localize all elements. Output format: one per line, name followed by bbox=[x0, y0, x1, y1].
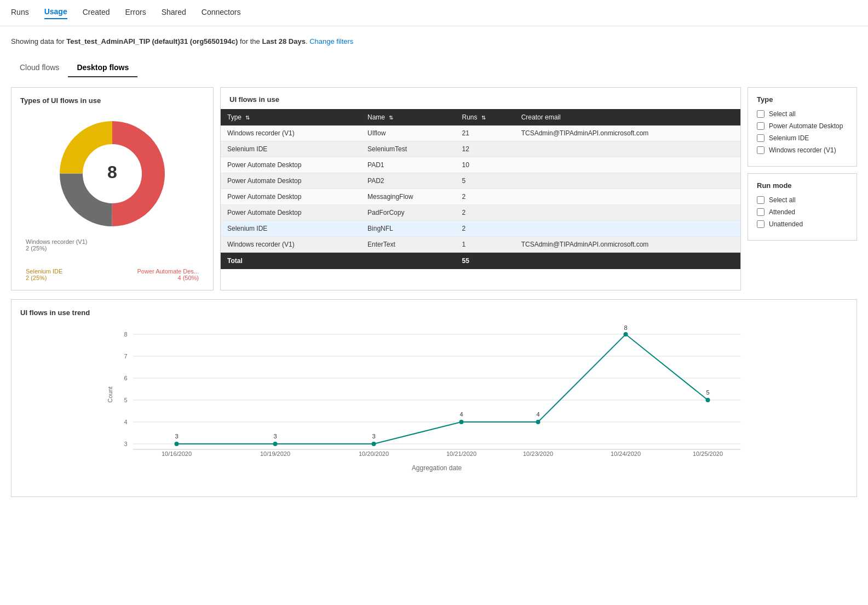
nav-item-runs[interactable]: Runs bbox=[11, 8, 29, 19]
runmode-filter-item-0[interactable]: Select all bbox=[757, 196, 848, 204]
donut-legend: Windows recorder (V1) 2 (25%) Selenium I… bbox=[20, 238, 204, 281]
type-filter-label-2: Selenium IDE bbox=[769, 134, 809, 142]
type-filter-checkbox-2[interactable] bbox=[757, 134, 764, 142]
type-filter-checkbox-3[interactable] bbox=[757, 146, 764, 154]
flow-tab-cloud-flows[interactable]: Cloud flows bbox=[11, 59, 68, 77]
cell-email-6 bbox=[515, 221, 740, 237]
runmode-filter-item-2[interactable]: Unattended bbox=[757, 220, 848, 228]
legend-pad-label: Power Automate Des... bbox=[137, 268, 199, 275]
cell-email-4 bbox=[515, 189, 740, 205]
cell-name-6: BingNFL bbox=[361, 221, 455, 237]
cell-name-5: PadForCopy bbox=[361, 205, 455, 221]
cell-type-5: Power Automate Desktop bbox=[221, 205, 361, 221]
nav-item-usage[interactable]: Usage bbox=[44, 7, 67, 19]
x-label-1025: 10/25/2020 bbox=[693, 450, 723, 457]
cell-type-2: Power Automate Desktop bbox=[221, 157, 361, 173]
table-panel-title: UI flows in use bbox=[221, 88, 740, 109]
chart-area: 8 7 6 5 4 3 Count bbox=[20, 323, 848, 488]
cell-name-7: EnterText bbox=[361, 237, 455, 253]
runmode-filter-panel: Run mode Select allAttendedUnattended bbox=[748, 173, 857, 241]
cell-type-7: Windows recorder (V1) bbox=[221, 237, 361, 253]
nav-item-errors[interactable]: Errors bbox=[125, 8, 146, 19]
donut-panel: Types of UI flows in use 8 bbox=[11, 87, 214, 290]
sort-icon-runs: ⇅ bbox=[481, 115, 486, 121]
trend-panel-title: UI flows in use trend bbox=[20, 309, 848, 317]
total-label: Total bbox=[221, 253, 361, 270]
nav-item-shared[interactable]: Shared bbox=[162, 8, 186, 19]
nav-item-created[interactable]: Created bbox=[83, 8, 110, 19]
cell-email-1 bbox=[515, 141, 740, 157]
runmode-filter-item-1[interactable]: Attended bbox=[757, 208, 848, 216]
type-filter-item-1[interactable]: Power Automate Desktop bbox=[757, 122, 848, 130]
x-label-1016: 10/16/2020 bbox=[162, 450, 192, 457]
col-runs[interactable]: Runs ⇅ bbox=[455, 109, 514, 125]
table-row: Power Automate DesktopPAD110 bbox=[221, 157, 740, 173]
table-row: Power Automate DesktopPadForCopy2 bbox=[221, 205, 740, 221]
legend-windows-value: 2 (25%) bbox=[26, 245, 47, 252]
type-filter-item-0[interactable]: Select all bbox=[757, 110, 848, 118]
table-row: Windows recorder (V1)EnterText1TCSAdmin@… bbox=[221, 237, 740, 253]
change-filters-link[interactable]: Change filters bbox=[309, 37, 353, 45]
point-1025 bbox=[706, 398, 710, 402]
x-label-1024: 10/24/2020 bbox=[611, 450, 641, 457]
col-name[interactable]: Name ⇅ bbox=[361, 109, 455, 125]
table-row: Selenium IDEBingNFL2 bbox=[221, 221, 740, 237]
y-label-3: 3 bbox=[124, 441, 127, 447]
val-1016: 3 bbox=[175, 433, 178, 440]
type-filter-checkbox-0[interactable] bbox=[757, 110, 764, 118]
legend-selenium-value: 2 (25%) bbox=[26, 275, 47, 281]
flow-tab-desktop-flows[interactable]: Desktop flows bbox=[68, 59, 137, 77]
table-row: Power Automate DesktopMessagingFlow2 bbox=[221, 189, 740, 205]
donut-container: 8 Windows recorder (V1) 2 (25%) Selenium… bbox=[20, 113, 204, 281]
point-1021 bbox=[459, 420, 464, 424]
col-type[interactable]: Type ⇅ bbox=[221, 109, 361, 125]
type-filter-label-3: Windows recorder (V1) bbox=[769, 146, 836, 154]
type-filter-item-3[interactable]: Windows recorder (V1) bbox=[757, 146, 848, 154]
trend-chart: 8 7 6 5 4 3 Count bbox=[20, 323, 848, 482]
y-axis-label: Count bbox=[107, 386, 113, 402]
type-filter-title: Type bbox=[757, 95, 848, 104]
x-label-1019: 10/19/2020 bbox=[260, 450, 290, 457]
showing-period: Last 28 Days bbox=[262, 37, 306, 45]
val-1023: 4 bbox=[536, 411, 539, 418]
cell-runs-5: 2 bbox=[455, 205, 514, 221]
type-filter-panel: Type Select allPower Automate DesktopSel… bbox=[748, 87, 857, 167]
legend-row1: Windows recorder (V1) 2 (25%) bbox=[20, 238, 204, 252]
showing-suffix: . bbox=[306, 37, 308, 45]
runmode-filter-checkbox-2[interactable] bbox=[757, 220, 764, 228]
showing-org: Test_test_AdminAPI_TIP (default)31 (org5… bbox=[66, 37, 238, 45]
nav-item-connectors[interactable]: Connectors bbox=[202, 8, 241, 19]
cell-email-5 bbox=[515, 205, 740, 221]
donut-center-value: 8 bbox=[107, 162, 117, 182]
showing-prefix: Showing data for bbox=[11, 37, 65, 45]
type-filter-checkbox-1[interactable] bbox=[757, 122, 764, 130]
showing-middle: for the bbox=[240, 37, 260, 45]
runmode-filter-checkbox-0[interactable] bbox=[757, 196, 764, 204]
page-content: Showing data for Test_test_AdminAPI_TIP … bbox=[0, 26, 868, 508]
point-1019 bbox=[273, 442, 278, 446]
table-row: Power Automate DesktopPAD25 bbox=[221, 173, 740, 189]
cell-runs-0: 21 bbox=[455, 125, 514, 141]
cell-type-1: Selenium IDE bbox=[221, 141, 361, 157]
val-1021: 4 bbox=[459, 411, 463, 418]
cell-name-2: PAD1 bbox=[361, 157, 455, 173]
runmode-filter-items: Select allAttendedUnattended bbox=[757, 196, 848, 228]
y-label-4: 4 bbox=[124, 419, 127, 425]
cell-name-3: PAD2 bbox=[361, 173, 455, 189]
type-filter-label-0: Select all bbox=[769, 110, 796, 118]
cell-email-2 bbox=[515, 157, 740, 173]
type-filter-item-2[interactable]: Selenium IDE bbox=[757, 134, 848, 142]
cell-email-0: TCSAdmin@TIPAdminAPI.onmicrosoft.com bbox=[515, 125, 740, 141]
cell-name-0: UIflow bbox=[361, 125, 455, 141]
val-1019: 3 bbox=[273, 433, 277, 440]
sort-icon-type: ⇅ bbox=[245, 115, 250, 121]
runmode-filter-label-1: Attended bbox=[769, 208, 795, 216]
cell-type-0: Windows recorder (V1) bbox=[221, 125, 361, 141]
main-panels-row: Types of UI flows in use 8 bbox=[11, 87, 857, 290]
runmode-filter-checkbox-1[interactable] bbox=[757, 208, 764, 216]
legend-pad-value: 4 (50%) bbox=[177, 275, 199, 281]
legend-windows-label: Windows recorder (V1) bbox=[26, 238, 87, 245]
flow-tabs: Cloud flowsDesktop flows bbox=[11, 59, 857, 77]
cell-type-4: Power Automate Desktop bbox=[221, 189, 361, 205]
point-1016 bbox=[175, 442, 179, 446]
